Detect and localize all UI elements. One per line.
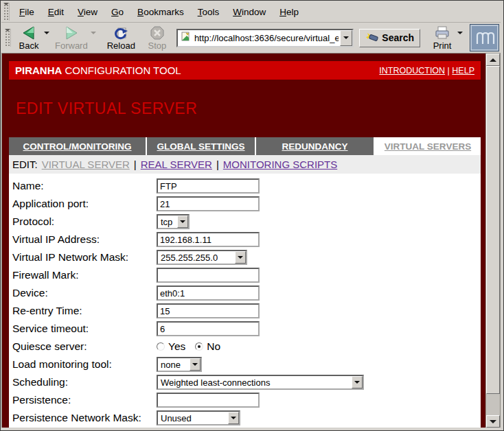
- scheduling-select[interactable]: Weighted least-connections: [157, 375, 364, 390]
- print-button[interactable]: Print: [427, 24, 457, 52]
- persistence-mask-select[interactable]: Unused: [157, 410, 240, 426]
- field-label: Virtual IP Address:: [12, 233, 157, 246]
- protocol-select[interactable]: tcp: [157, 214, 190, 229]
- field-label: Persistence Network Mask:: [12, 412, 157, 424]
- main-tabs: CONTROL/MONITORING GLOBAL SETTINGS REDUN…: [9, 137, 481, 155]
- device-field[interactable]: [157, 286, 260, 301]
- url-bar: [176, 29, 354, 47]
- subnav-separator: |: [134, 159, 137, 170]
- menu-tools[interactable]: Tools: [191, 4, 227, 20]
- back-icon: [21, 25, 37, 40]
- persistence-field[interactable]: [157, 393, 260, 408]
- back-dropdown-caret[interactable]: [44, 32, 49, 37]
- stop-button[interactable]: Stop: [142, 24, 172, 52]
- scheduling-value: Weighted least-connections: [158, 377, 352, 388]
- menu-view[interactable]: View: [71, 4, 104, 20]
- menu-go[interactable]: Go: [104, 4, 130, 20]
- stop-label: Stop: [148, 40, 167, 51]
- scroll-down-button[interactable]: [486, 415, 500, 428]
- reentry-time-field[interactable]: [157, 303, 260, 318]
- flashlight-icon: [365, 31, 379, 45]
- quiesce-yes-label: Yes: [168, 340, 185, 353]
- form-row-persistence: Persistence:: [12, 391, 481, 409]
- tab-virtual-servers[interactable]: VIRTUAL SERVERS: [375, 137, 481, 155]
- form-row-name: Name:: [12, 177, 481, 195]
- print-dropdown-caret[interactable]: [457, 32, 463, 37]
- field-label: Protocol:: [12, 216, 157, 228]
- forward-icon: [63, 25, 80, 40]
- tab-redundancy[interactable]: REDUNDANCY: [256, 137, 375, 155]
- vertical-scrollbar: [485, 54, 500, 428]
- field-label: Application port:: [12, 198, 157, 210]
- subnav-real-server-link[interactable]: REAL SERVER: [141, 159, 212, 170]
- subnav-monitoring-scripts-link[interactable]: MONITORING SCRIPTS: [223, 159, 337, 170]
- quiesce-no-radio[interactable]: [195, 342, 203, 351]
- form-row-firewall-mark: Firewall Mark:: [12, 266, 481, 284]
- forward-dropdown-caret[interactable]: [91, 32, 96, 37]
- protocol-value: tcp: [158, 217, 177, 227]
- menu-edit[interactable]: Edit: [41, 4, 71, 20]
- menu-bookmarks[interactable]: Bookmarks: [130, 4, 191, 20]
- introduction-link[interactable]: INTRODUCTION: [379, 66, 445, 75]
- scrollbar-track[interactable]: [486, 394, 500, 415]
- url-history-dropdown[interactable]: [340, 30, 352, 46]
- search-label: Search: [382, 32, 414, 43]
- back-button[interactable]: Back: [14, 24, 44, 52]
- mozilla-logo[interactable]: [470, 24, 499, 51]
- form-row-quiesce-server: Quiesce server: Yes No: [12, 338, 481, 356]
- service-timeout-field[interactable]: [157, 321, 260, 336]
- tab-global-settings[interactable]: GLOBAL SETTINGS: [147, 137, 256, 155]
- form-row-persistence-mask: Persistence Network Mask: Unused: [12, 409, 481, 427]
- search-button[interactable]: Search: [359, 29, 420, 47]
- form-row-virtual-ip-mask: Virtual IP Network Mask: 255.255.255.0: [12, 248, 481, 266]
- forward-label: Forward: [55, 40, 88, 51]
- form-row-reentry-time: Re-entry Time:: [12, 302, 481, 320]
- name-field[interactable]: [157, 178, 260, 194]
- menu-bar: File Edit View Go Bookmarks Tools Window…: [1, 1, 501, 22]
- piranha-brand: PIRANHA CONFIGURATION TOOL: [15, 65, 181, 76]
- edit-subnav: EDIT: VIRTUAL SERVER | REAL SERVER | MON…: [9, 155, 481, 174]
- virtual-ip-mask-value: 255.255.255.0: [158, 253, 235, 263]
- select-arrow-icon: [177, 216, 188, 228]
- url-input[interactable]: [193, 33, 340, 43]
- menu-window[interactable]: Window: [226, 4, 273, 20]
- menubar-grip-handle[interactable]: [3, 3, 10, 21]
- quiesce-yes-radio[interactable]: [157, 342, 165, 351]
- page-title: EDIT VIRTUAL SERVER: [16, 100, 485, 118]
- firewall-mark-field[interactable]: [157, 268, 260, 283]
- toolbar-grip-handle[interactable]: [4, 29, 11, 47]
- field-label: Quiesce server:: [12, 340, 157, 353]
- form-row-application-port: Application port:: [12, 195, 481, 213]
- reload-button[interactable]: Reload: [104, 24, 138, 52]
- scroll-up-button[interactable]: [486, 54, 500, 66]
- load-monitoring-select[interactable]: none: [157, 357, 202, 372]
- application-port-field[interactable]: [157, 196, 260, 211]
- field-label: Virtual IP Network Mask:: [12, 251, 157, 264]
- virtual-ip-mask-select[interactable]: 255.255.255.0: [157, 250, 247, 265]
- forward-button[interactable]: Forward: [52, 24, 91, 52]
- quiesce-no-label: No: [207, 340, 220, 353]
- subnav-virtual-server-current[interactable]: VIRTUAL SERVER: [42, 159, 130, 170]
- stop-icon: [149, 25, 165, 40]
- menu-help[interactable]: Help: [273, 4, 306, 20]
- menu-file[interactable]: File: [12, 4, 41, 20]
- navigation-toolbar: Back Forward Reload: [1, 22, 501, 53]
- piranha-page: PIRANHA CONFIGURATION TOOL INTRODUCTION …: [2, 54, 485, 428]
- form-row-scheduling: Scheduling: Weighted least-connections: [12, 373, 481, 391]
- virtual-ip-field[interactable]: [157, 232, 260, 247]
- field-label: Re-entry Time:: [12, 305, 157, 317]
- select-arrow-icon: [235, 251, 246, 264]
- reload-icon: [113, 25, 129, 40]
- bookmark-page-icon[interactable]: [180, 31, 191, 45]
- piranha-header-banner: PIRANHA CONFIGURATION TOOL INTRODUCTION …: [9, 61, 481, 80]
- field-label: Persistence:: [12, 394, 157, 406]
- subnav-separator: |: [216, 159, 219, 170]
- back-label: Back: [19, 40, 39, 51]
- virtual-server-form: Name: Application port: Protocol: tcp: [9, 174, 481, 427]
- content-panel: CONTROL/MONITORING GLOBAL SETTINGS REDUN…: [9, 137, 481, 428]
- persistence-mask-value: Unused: [158, 413, 228, 423]
- scrollbar-thumb[interactable]: [486, 66, 500, 394]
- tab-control-monitoring[interactable]: CONTROL/MONITORING: [9, 137, 147, 155]
- help-link[interactable]: HELP: [452, 66, 474, 75]
- select-arrow-icon: [190, 358, 201, 371]
